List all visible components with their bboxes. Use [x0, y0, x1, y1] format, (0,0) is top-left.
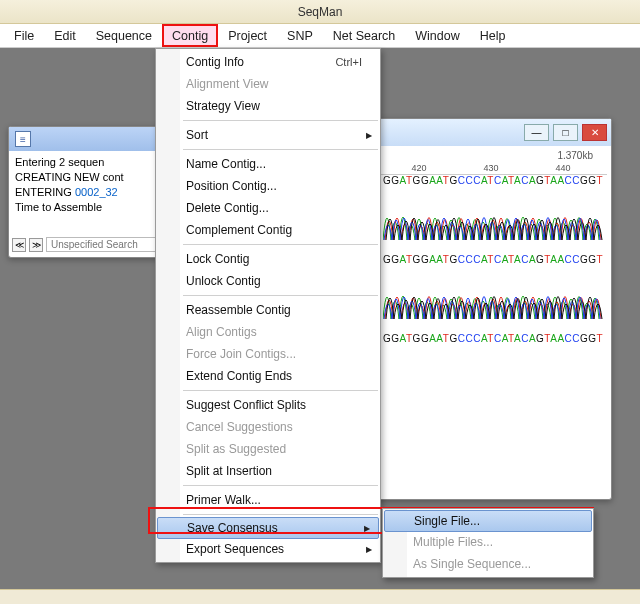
menubar: File Edit Sequence Contig Project SNP Ne…	[0, 24, 640, 48]
menu-project[interactable]: Project	[218, 24, 277, 47]
status-bar	[0, 589, 640, 604]
trace-row-2	[383, 269, 603, 325]
menu-netsearch[interactable]: Net Search	[323, 24, 406, 47]
menu-separator	[183, 120, 378, 121]
menu-sequence[interactable]: Sequence	[86, 24, 162, 47]
maximize-button[interactable]: □	[553, 124, 578, 141]
menu-window[interactable]: Window	[405, 24, 469, 47]
menu-strategy-view[interactable]: Strategy View	[156, 95, 380, 117]
menu-separator	[183, 514, 378, 515]
menu-separator	[183, 244, 378, 245]
menu-snp[interactable]: SNP	[277, 24, 323, 47]
menu-suggest-splits[interactable]: Suggest Conflict Splits	[156, 394, 380, 416]
menu-align-contigs: Align Contigs	[156, 321, 380, 343]
submenu-single-file[interactable]: Single File...	[384, 510, 592, 532]
menu-lock-contig[interactable]: Lock Contig	[156, 248, 380, 270]
close-button[interactable]: ✕	[582, 124, 607, 141]
menu-file[interactable]: File	[4, 24, 44, 47]
minimize-button[interactable]: —	[524, 124, 549, 141]
menu-contig-info[interactable]: Contig Info Ctrl+I	[156, 51, 380, 73]
menu-extend-ends[interactable]: Extend Contig Ends	[156, 365, 380, 387]
tick: 440	[555, 163, 570, 173]
submenu-as-single-sequence: As Single Sequence...	[383, 553, 593, 575]
menu-edit[interactable]: Edit	[44, 24, 86, 47]
menu-separator	[183, 485, 378, 486]
contig-menu-dropdown: Contig Info Ctrl+I Alignment View Strate…	[155, 48, 381, 563]
app-title-bar: SeqMan	[0, 0, 640, 24]
menu-unlock-contig[interactable]: Unlock Contig	[156, 270, 380, 292]
menu-delete-contig[interactable]: Delete Contig...	[156, 197, 380, 219]
save-consensus-submenu: Single File... Multiple Files... As Sing…	[382, 508, 594, 578]
menu-name-contig[interactable]: Name Contig...	[156, 153, 380, 175]
menu-separator	[183, 390, 378, 391]
menu-split-suggested: Split as Suggested	[156, 438, 380, 460]
menu-primer-walk[interactable]: Primer Walk...	[156, 489, 380, 511]
tick: 430	[483, 163, 498, 173]
menu-reassemble-contig[interactable]: Reassemble Contig	[156, 299, 380, 321]
menu-separator	[183, 295, 378, 296]
document-icon: ≡	[15, 131, 31, 147]
trace-row-1	[383, 190, 603, 246]
menu-contig[interactable]: Contig	[162, 24, 218, 47]
menu-position-contig[interactable]: Position Contig...	[156, 175, 380, 197]
menu-force-join: Force Join Contigs...	[156, 343, 380, 365]
menu-cancel-suggestions: Cancel Suggestions	[156, 416, 380, 438]
tick: 420	[411, 163, 426, 173]
menu-save-consensus[interactable]: Save Consensus	[157, 517, 379, 539]
app-title: SeqMan	[298, 5, 343, 19]
menu-export-sequences[interactable]: Export Sequences	[156, 538, 380, 560]
menu-help[interactable]: Help	[470, 24, 516, 47]
prev-button[interactable]: ≪	[12, 238, 26, 252]
menu-separator	[183, 149, 378, 150]
menu-complement-contig[interactable]: Complement Contig	[156, 219, 380, 241]
menu-alignment-view: Alignment View	[156, 73, 380, 95]
submenu-multiple-files: Multiple Files...	[383, 531, 593, 553]
next-button[interactable]: ≫	[29, 238, 43, 252]
menu-sort[interactable]: Sort	[156, 124, 380, 146]
menu-split-insertion[interactable]: Split at Insertion	[156, 460, 380, 482]
shortcut-label: Ctrl+I	[335, 56, 362, 68]
